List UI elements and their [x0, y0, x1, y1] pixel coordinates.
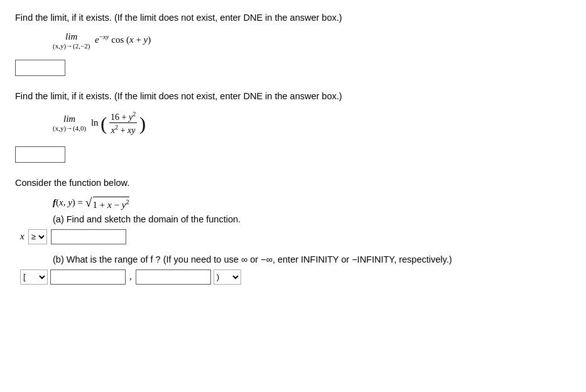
problem1-lim-sub: (x,y)→(2,−2) [53, 42, 90, 50]
problem1-answer-input[interactable] [15, 60, 65, 76]
sqrt-inner: 1 + x − y2 [93, 200, 129, 210]
problem2-right-paren: ) [139, 112, 146, 133]
range-upper-input[interactable] [136, 270, 211, 285]
problem2-instruction: Find the limit, if it exists. (If the li… [15, 90, 571, 104]
problem3-function: f(x, y) = √ 1 + x − y2 [53, 197, 571, 210]
domain-inequality-select[interactable]: ≥ ≤ > < = [28, 229, 47, 244]
problem2-lim-sub: (x,y)→(4,0) [53, 124, 86, 132]
problem2-limit: lim (x,y)→(4,0) [53, 114, 86, 132]
problem1-instruction: Find the limit, if it exists. (If the li… [15, 11, 571, 25]
domain-value-input[interactable] [51, 229, 126, 244]
problem2-fraction: 16 + y2 x2 + xy [109, 110, 137, 137]
problem-2: Find the limit, if it exists. (If the li… [15, 90, 571, 163]
part-b-label: (b) What is the range of f ? (If you nee… [53, 254, 571, 264]
problem1-e: e [95, 35, 99, 45]
problem2-math: lim (x,y)→(4,0) ln ( 16 + y2 x2 + xy ) [53, 110, 146, 137]
problem2-ln: ln [91, 117, 100, 127]
sqrt-expression: √ 1 + x − y2 [85, 197, 129, 210]
range-row: [ ( , ) ] [20, 270, 571, 285]
sqrt-symbol: √ [85, 197, 92, 209]
problem1-math: lim (x,y)→(2,−2) e−xy cos (x + y) [53, 31, 151, 50]
problem3-instruction: Consider the function below. [15, 177, 571, 190]
range-lower-input[interactable] [50, 270, 126, 285]
problem1-expression: e−xy cos (x + y) [95, 35, 151, 45]
range-comma: , [129, 271, 132, 282]
problem2-left-paren: ( [100, 112, 107, 133]
function-args: (x, y) = [56, 197, 85, 207]
problem2-answer-input[interactable] [15, 146, 65, 163]
problem1-limit: lim (x,y)→(2,−2) [53, 31, 90, 50]
problem1-cos: cos (x + y) [111, 35, 151, 45]
problem1-exponent: −xy [99, 33, 109, 40]
domain-x-label: x [20, 231, 24, 242]
range-right-bracket-select[interactable]: ) ] [214, 270, 241, 285]
problem2-numerator: 16 + y2 [109, 110, 137, 124]
sqrt-content: 1 + x − y2 [93, 197, 129, 210]
problem2-denominator: x2 + xy [110, 123, 137, 136]
problem2-lim-label: lim [63, 114, 75, 124]
part-a-label: (a) Find and sketch the domain of the fu… [53, 214, 571, 224]
problem-3: Consider the function below. f(x, y) = √… [15, 177, 571, 285]
problem1-lim-label: lim [65, 31, 77, 42]
range-left-bracket-select[interactable]: [ ( [20, 270, 48, 285]
domain-row: x ≥ ≤ > < = [20, 229, 571, 244]
problem-1: Find the limit, if it exists. (If the li… [15, 11, 571, 76]
